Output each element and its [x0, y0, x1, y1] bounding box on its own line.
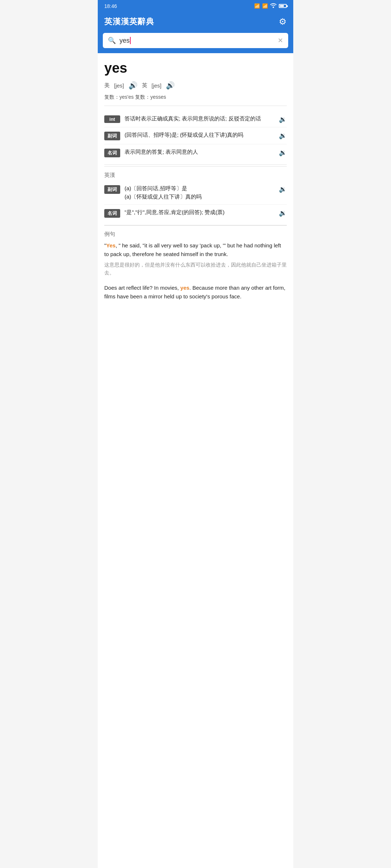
example-en-0: "Yes, " he said, "it is all very well to… — [104, 241, 287, 259]
app-bar: 英漢漢英辭典 ⚙ — [98, 12, 293, 33]
app-title: 英漢漢英辭典 — [104, 16, 154, 27]
def-text-0: 答话时表示正确或真实; 表示同意所说的话; 反驳否定的话 — [125, 115, 274, 123]
wifi-icon — [270, 3, 277, 9]
us-sound-icon[interactable]: 🔊 — [129, 81, 138, 90]
us-label: 美 — [104, 82, 110, 89]
definition-item-0: int 答话时表示正确或真实; 表示同意所说的话; 反驳否定的话 🔉 — [104, 111, 287, 127]
pos-badge-int: int — [104, 115, 120, 123]
search-icon: 🔍 — [108, 37, 116, 44]
bluetooth-icon: 📶 — [254, 3, 260, 9]
definition-item-2: 名词 表示同意的答复; 表示同意的人 🔉 — [104, 144, 287, 161]
pos-badge-adv: 副词 — [104, 132, 120, 140]
search-bar: 🔍 yes ✕ — [98, 33, 293, 53]
example-highlight-0: Yes — [106, 242, 115, 248]
example-zh-0: 这意思是很好的，但是他并没有什么东西可以收拾进去，因此他就自己坐进箱子里去。 — [104, 261, 287, 277]
yinghan-text-1: "是","行",同意,答应,肯定(的回答); 赞成(票) — [125, 208, 274, 217]
definition-item-1: 副词 (回答问话、招呼等)是; (怀疑或促人往下讲)真的吗 🔉 — [104, 127, 287, 144]
definitions-section: int 答话时表示正确或真实; 表示同意所说的话; 反驳否定的话 🔉 副词 (回… — [104, 111, 287, 165]
text-cursor — [130, 37, 131, 44]
uk-sound-icon[interactable]: 🔊 — [166, 81, 175, 90]
word-title: yes — [104, 60, 287, 76]
svg-point-0 — [273, 7, 274, 8]
yinghan-header: 英漢 — [104, 166, 287, 181]
yinghan-definitions-section: 副词 (a)〔回答问话,招呼等〕是(a)〔怀疑或促人往下讲〕真的吗 🔉 名词 "… — [104, 181, 287, 225]
time-display: 18:46 — [104, 3, 117, 9]
def-text-2: 表示同意的答复; 表示同意的人 — [125, 148, 274, 156]
yinghan-text-0: (a)〔回答问话,招呼等〕是(a)〔怀疑或促人往下讲〕真的吗 — [125, 184, 274, 201]
examples-header: 例句 — [104, 225, 287, 241]
status-icons: 📶 📶 — [254, 3, 287, 9]
word-forms: 复数：yes'es 复数：yesses — [104, 94, 287, 106]
yinghan-item-0: 副词 (a)〔回答问话,招呼等〕是(a)〔怀疑或促人往下讲〕真的吗 🔉 — [104, 181, 287, 205]
def-sound-0[interactable]: 🔉 — [279, 115, 287, 123]
yinghan-item-1: 名词 "是","行",同意,答应,肯定(的回答); 赞成(票) 🔉 — [104, 205, 287, 221]
pos-badge-noun: 名词 — [104, 149, 120, 157]
clear-icon[interactable]: ✕ — [278, 37, 283, 44]
signal-icon: 📶 — [262, 3, 268, 9]
settings-icon[interactable]: ⚙ — [279, 17, 287, 27]
uk-ipa: [jes] — [152, 82, 162, 89]
example-block-0: "Yes, " he said, "it is all very well to… — [104, 241, 287, 277]
example-highlight-1: yes — [180, 285, 189, 291]
yinghan-pos-0: 副词 — [104, 185, 120, 194]
search-value: yes — [119, 37, 130, 44]
status-bar: 18:46 📶 📶 — [98, 0, 293, 12]
yinghan-sound-1[interactable]: 🔉 — [279, 209, 287, 217]
example-block-1: Does art reflect life? In movies, yes. B… — [104, 284, 287, 301]
uk-label: 英 — [142, 82, 147, 89]
yinghan-pos-1: 名词 — [104, 209, 120, 218]
battery-icon — [279, 4, 287, 8]
yinghan-sound-0[interactable]: 🔉 — [279, 185, 287, 193]
pronunciation-row: 美 [jes] 🔊 英 [jes] 🔊 — [104, 81, 287, 90]
def-sound-2[interactable]: 🔉 — [279, 149, 287, 157]
search-input-wrapper[interactable]: 🔍 yes ✕ — [103, 33, 288, 48]
def-sound-1[interactable]: 🔉 — [279, 132, 287, 140]
us-ipa: [jes] — [114, 82, 124, 89]
example-en-1: Does art reflect life? In movies, yes. B… — [104, 284, 287, 301]
main-content: yes 美 [jes] 🔊 英 [jes] 🔊 复数：yes'es 复数：yes… — [98, 53, 293, 868]
def-text-1: (回答问话、招呼等)是; (怀疑或促人往下讲)真的吗 — [125, 131, 274, 139]
